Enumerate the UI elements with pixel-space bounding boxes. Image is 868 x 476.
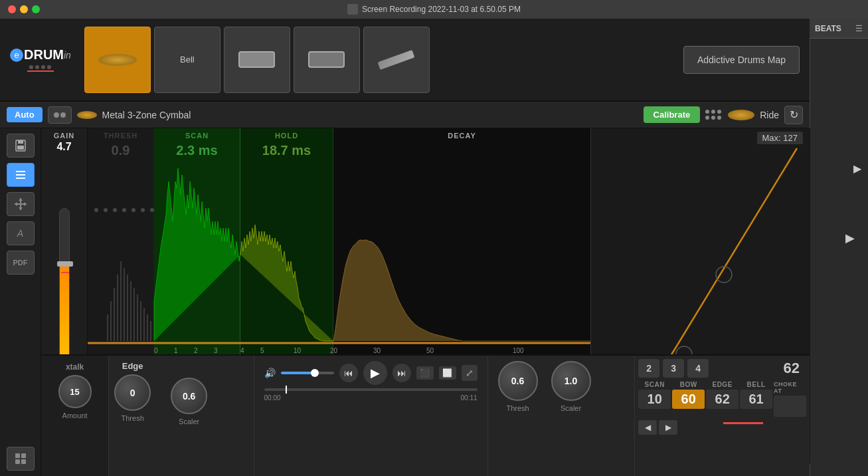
- timeline-bar[interactable]: [264, 388, 477, 391]
- auto-button[interactable]: Auto: [7, 107, 43, 122]
- zone-stat-edge-label: EDGE: [712, 381, 732, 388]
- inst-tab-cymbal[interactable]: [84, 27, 151, 93]
- dot-4: [705, 116, 709, 120]
- edge-row-left: Edge 0 Thresh 0.6 Scaler: [114, 361, 248, 471]
- zone-stat-bow: BOW 60: [672, 381, 705, 417]
- edge-zone-label-1: Edge: [122, 361, 143, 371]
- zone-total: 62: [784, 360, 800, 377]
- red-bar: [723, 422, 763, 424]
- ride-label: Ride: [760, 110, 779, 120]
- svg-text:2: 2: [194, 347, 198, 354]
- zone-stat-choke-label: CHOKE AT: [774, 381, 806, 394]
- titlebar: Screen Recording 2022-11-03 at 6.50.05 P…: [0, 0, 868, 19]
- calibrate-button[interactable]: Calibrate: [644, 106, 701, 123]
- sidebar-btn-auto[interactable]: A: [7, 221, 35, 245]
- edge-knob-thresh-1-label: Thresh: [122, 414, 144, 422]
- cymbal-icon: [98, 53, 137, 66]
- minimize-btn[interactable]: [20, 5, 28, 13]
- rewind-button[interactable]: ⏮: [339, 364, 358, 382]
- svg-text:30: 30: [373, 347, 381, 354]
- zone-arrow-left[interactable]: ◀: [638, 420, 657, 435]
- zone-nav-2[interactable]: 2: [638, 359, 659, 378]
- gain-handle[interactable]: [57, 261, 73, 267]
- bow-knob-thresh[interactable]: 0.6: [498, 361, 538, 401]
- screen-record-icon: [347, 4, 358, 15]
- screen-btn-2[interactable]: ⬜: [439, 366, 456, 380]
- logo-e: e: [10, 49, 23, 62]
- logo-area: e DRUM in: [10, 47, 71, 72]
- gain-value: 4.7: [56, 141, 71, 153]
- fast-forward-button[interactable]: ⏭: [392, 364, 411, 382]
- svg-rect-15: [21, 459, 26, 464]
- volume-slider[interactable]: [281, 372, 334, 374]
- beats-menu-icon[interactable]: ☰: [855, 24, 863, 33]
- inst-tab-sticks[interactable]: [363, 27, 430, 93]
- zone-stat-bow-value: 60: [672, 390, 705, 409]
- logo-in: in: [64, 50, 71, 60]
- inst-tab-snare2[interactable]: [294, 27, 360, 93]
- zone-stat-choke: CHOKE AT: [774, 381, 806, 417]
- volume-icon: 🔊: [264, 368, 276, 378]
- xtalk-knob[interactable]: 15: [58, 375, 92, 408]
- zone-nav-3[interactable]: 3: [663, 359, 684, 378]
- svg-text:5: 5: [260, 347, 264, 354]
- sidebar-btn-grid[interactable]: [7, 447, 35, 471]
- logo: e DRUM in: [10, 47, 71, 62]
- sidebar-btn-pdf[interactable]: PDF: [7, 251, 35, 275]
- gain-label: GAIN: [54, 132, 75, 140]
- edge-knob-thresh-1[interactable]: 0: [114, 374, 151, 411]
- move-icon: [13, 197, 28, 211]
- bow-knob-scaler[interactable]: 1.0: [551, 361, 591, 401]
- maximize-btn[interactable]: [32, 5, 40, 13]
- logo-dots: [29, 65, 51, 69]
- edge-col-2: 0.6 Scaler: [171, 361, 207, 425]
- svg-marker-9: [19, 207, 23, 210]
- sidebar-btn-save[interactable]: [7, 134, 35, 158]
- screen-btn-1[interactable]: ⬛: [416, 366, 434, 380]
- link-circle-1: [54, 112, 59, 118]
- sidebar-btn-list[interactable]: [7, 163, 35, 187]
- link-icon[interactable]: [48, 106, 72, 124]
- zone-stat-bell-label: BELL: [747, 381, 766, 388]
- svg-text:4: 4: [240, 347, 244, 354]
- refresh-button[interactable]: ↻: [784, 106, 803, 124]
- time-start: 00:00: [264, 394, 281, 402]
- svg-text:1: 1: [174, 347, 178, 354]
- zone-stats-row-top: 2 3 4 62: [638, 359, 806, 378]
- zone-stat-bow-label: BOW: [680, 381, 697, 388]
- app-header: e DRUM in Bell: [0, 19, 810, 102]
- svg-marker-8: [19, 198, 23, 201]
- bottom-knobs-section: 0.6 Thresh 1.0 Scaler: [488, 356, 636, 476]
- snare-icon: [238, 51, 275, 68]
- xtalk-label: xtalk: [66, 362, 84, 372]
- expand-button[interactable]: ⤢: [462, 365, 477, 381]
- save-icon: [14, 139, 27, 152]
- snare2-icon: [308, 51, 345, 68]
- edge-col-bow-1: 0.6 Thresh: [498, 361, 538, 412]
- transport-section: 🔊 ⏮ ▶ ⏭ ⬛ ⬜ ⤢ 00:00 00:11: [254, 356, 488, 476]
- titlebar-title: Screen Recording 2022-11-03 at 6.50.05 P…: [347, 4, 521, 15]
- addictive-drums-button[interactable]: Addictive Drums Map: [683, 46, 800, 74]
- dots-icon: [705, 110, 723, 120]
- close-btn[interactable]: [8, 5, 16, 13]
- sidebar-btn-move[interactable]: [7, 192, 35, 216]
- play-arrow-icon[interactable]: ▶: [853, 162, 861, 175]
- app-window: e DRUM in Bell: [0, 19, 810, 476]
- instrument-name: Metal 3-Zone Cymbal: [102, 110, 638, 120]
- xtalk-section: xtalk 15 Amount: [41, 356, 109, 476]
- timeline-position: [286, 386, 287, 394]
- right-panel-play-arrow[interactable]: ▶: [845, 231, 855, 245]
- inst-tab-bell[interactable]: Bell: [154, 27, 220, 93]
- zone-arrow-right[interactable]: ▶: [659, 420, 677, 435]
- left-sidebar: A PDF: [0, 128, 41, 476]
- bow-scaler-value: 1.0: [564, 376, 577, 386]
- gain-red-marker: [61, 272, 69, 273]
- inst-tab-snare[interactable]: [224, 27, 290, 93]
- svg-text:10: 10: [294, 347, 302, 354]
- edge-knob-scaler-1[interactable]: 0.6: [171, 378, 207, 414]
- play-button[interactable]: ▶: [363, 361, 387, 385]
- logo-dot-2: [35, 65, 39, 69]
- zone-nav-4[interactable]: 4: [687, 359, 709, 378]
- logo-dot-1: [29, 65, 33, 69]
- logo-text: DRUM: [24, 47, 64, 62]
